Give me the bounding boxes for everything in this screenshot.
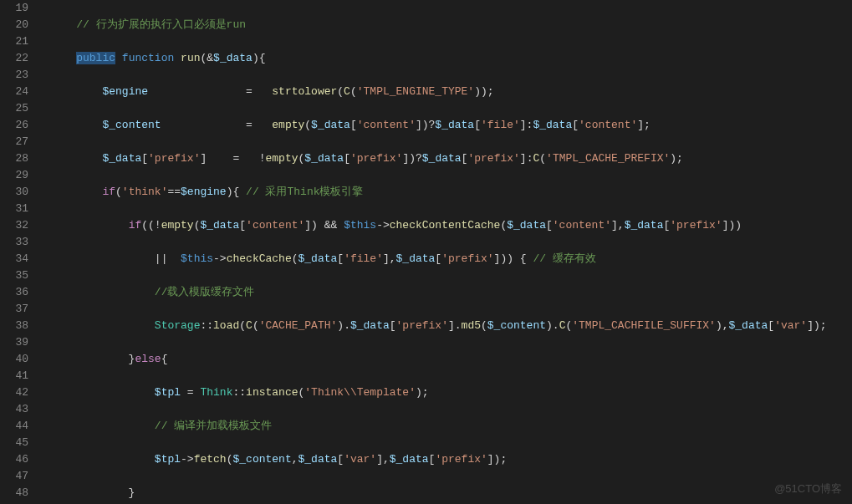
code-line: $_data['prefix'] = !empty($_data['prefix… xyxy=(50,150,852,167)
line-number: 35 xyxy=(0,267,28,284)
line-number: 22 xyxy=(0,50,28,67)
line-number: 23 xyxy=(0,67,28,84)
line-number: 38 xyxy=(0,318,28,334)
code-line: $engine = strtolower(C('TMPL_ENGINE_TYPE… xyxy=(50,84,852,100)
code-line: // 行为扩展的执行入口必须是run xyxy=(50,17,852,33)
line-number: 19 xyxy=(0,0,28,17)
code-line: // 编译并加载模板文件 xyxy=(50,418,852,435)
line-number: 32 xyxy=(0,217,28,234)
line-number: 31 xyxy=(0,201,28,217)
line-number: 46 xyxy=(0,451,28,468)
line-number: 40 xyxy=(0,351,28,368)
line-number: 37 xyxy=(0,301,28,318)
code-line: || $this->checkCache($_data['file'],$_da… xyxy=(50,251,852,267)
code-line: $_content = empty($_data['content'])?$_d… xyxy=(50,117,852,134)
code-line: Storage::load(C('CACHE_PATH').$_data['pr… xyxy=(50,318,852,334)
watermark: @51CTO博客 xyxy=(774,481,842,497)
line-number: 28 xyxy=(0,150,28,167)
line-number: 21 xyxy=(0,33,28,50)
line-number: 20 xyxy=(0,17,28,33)
code-line: $tpl->fetch($_content,$_data['var'],$_da… xyxy=(50,451,852,468)
line-number: 42 xyxy=(0,384,28,401)
code-line: }else{ xyxy=(50,351,852,368)
line-number: 47 xyxy=(0,468,28,485)
code-line: if((!empty($_data['content']) && $this->… xyxy=(50,217,852,234)
line-number: 44 xyxy=(0,418,28,435)
line-number: 39 xyxy=(0,334,28,351)
line-number: 33 xyxy=(0,234,28,251)
line-number: 25 xyxy=(0,100,28,117)
line-number: 43 xyxy=(0,401,28,418)
code-line: if('think'==$engine){ // 采用Think模板引擎 xyxy=(50,184,852,201)
code-line: $tpl = Think::instance('Think\\Template'… xyxy=(50,384,852,401)
line-number: 29 xyxy=(0,167,28,184)
line-number: 26 xyxy=(0,117,28,134)
line-number: 48 xyxy=(0,485,28,501)
line-number: 34 xyxy=(0,251,28,267)
line-number: 36 xyxy=(0,284,28,301)
code-editor[interactable]: 1920212223242526272829303132333435363738… xyxy=(0,0,852,504)
line-number: 27 xyxy=(0,134,28,150)
line-number: 24 xyxy=(0,84,28,100)
code-area[interactable]: // 行为扩展的执行入口必须是run public function run(&… xyxy=(42,0,852,504)
line-number: 41 xyxy=(0,368,28,384)
code-line: public function run(&$_data){ xyxy=(50,50,852,67)
code-line: } xyxy=(50,485,852,501)
line-number: 30 xyxy=(0,184,28,201)
line-number-gutter: 1920212223242526272829303132333435363738… xyxy=(0,0,42,504)
line-number: 45 xyxy=(0,435,28,451)
code-line: //载入模版缓存文件 xyxy=(50,284,852,301)
